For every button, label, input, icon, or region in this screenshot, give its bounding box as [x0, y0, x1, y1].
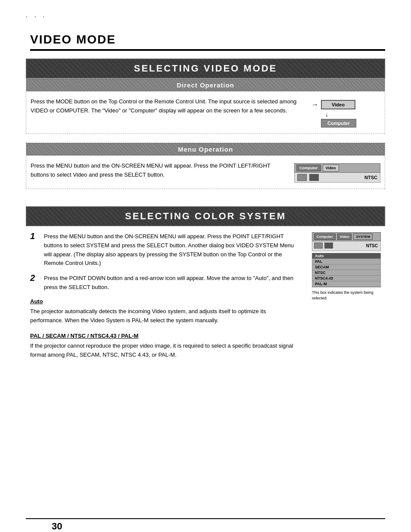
direct-operation-subsection: Direct Operation Press the MODE button o… — [26, 78, 385, 134]
color-system-diagram: Computer Video SYSTEM NTSC Auto PAL SECA… — [312, 232, 381, 367]
direct-operation-text: Press the MODE button on the Top Control… — [31, 97, 303, 128]
auto-heading: Auto — [30, 298, 299, 305]
pal-heading: PAL / SECAM / NTSC / NTSC4.43 / PAL-M — [30, 333, 299, 339]
menu-operation-subsection: Menu Operation Press the MENU button and… — [26, 143, 385, 189]
page-title: VIDEO MODE — [30, 33, 385, 47]
menu-tab-computer: Computer — [296, 165, 321, 171]
auto-text: The projector automatically detects the … — [30, 307, 299, 325]
step1-text: Press the MENU button and the ON-SCREEN … — [44, 232, 299, 268]
title-rule — [30, 49, 385, 51]
menu-tab-video: Video — [323, 165, 339, 171]
cs-tab-computer: Computer — [314, 233, 336, 240]
menu-icon-1 — [297, 174, 307, 181]
section1-banner: SELECTING VIDEO MODE — [26, 59, 385, 78]
step2: 2 Press the POINT DOWN button and a red-… — [30, 274, 299, 292]
section-selecting-color-system: SELECTING COLOR SYSTEM 1 Press the MENU … — [26, 206, 385, 373]
cs-option-ntsc443: NTSC4.43 — [312, 276, 380, 281]
section-selecting-video-mode: SELECTING VIDEO MODE Direct Operation Pr… — [26, 59, 385, 189]
step1-number: 1 — [30, 231, 38, 241]
menu-icon-2 — [309, 174, 319, 181]
step1: 1 Press the MENU button and the ON-SCREE… — [30, 232, 299, 268]
cs-note: This box indicates the system being sele… — [312, 290, 381, 301]
cs-option-pal: PAL — [312, 259, 380, 264]
cs-option-palm: PAL-M — [312, 281, 380, 287]
cs-option-auto: Auto — [312, 253, 380, 259]
cs-icon-1 — [314, 243, 323, 249]
cs-dropdown: Auto PAL SECAM NTSC NTSC4.43 PAL-M — [312, 253, 381, 287]
cs-ntsc-label: NTSC — [366, 243, 379, 248]
step2-number: 2 — [30, 273, 38, 283]
direct-operation-banner: Direct Operation — [26, 79, 385, 91]
page-number: 30 — [52, 521, 62, 532]
bottom-rule — [26, 518, 385, 519]
cs-tab-video: Video — [337, 233, 352, 240]
cs-option-ntsc: NTSC — [312, 270, 380, 276]
cs-tab-system: SYSTEM — [353, 233, 373, 240]
computer-box: Computer — [321, 119, 356, 128]
step2-text: Press the POINT DOWN button and a red-ar… — [44, 274, 299, 292]
menu-operation-text: Press the MENU button and the ON-SCREEN … — [31, 162, 286, 183]
ntsc-label: NTSC — [364, 175, 377, 180]
menu-operation-diagram: Computer Video NTSC — [294, 162, 380, 183]
pal-text: If the projector cannot reproduce the pr… — [30, 342, 299, 360]
section2-banner: SELECTING COLOR SYSTEM — [26, 206, 385, 226]
direct-operation-diagram: → Video ↓ Computer — [311, 97, 380, 128]
cs-icon-2 — [324, 243, 333, 249]
menu-operation-banner: Menu Operation — [26, 143, 385, 156]
cs-option-secam: SECAM — [312, 264, 380, 270]
dot-decoration: · · · — [26, 13, 385, 20]
video-box: Video — [321, 100, 355, 109]
